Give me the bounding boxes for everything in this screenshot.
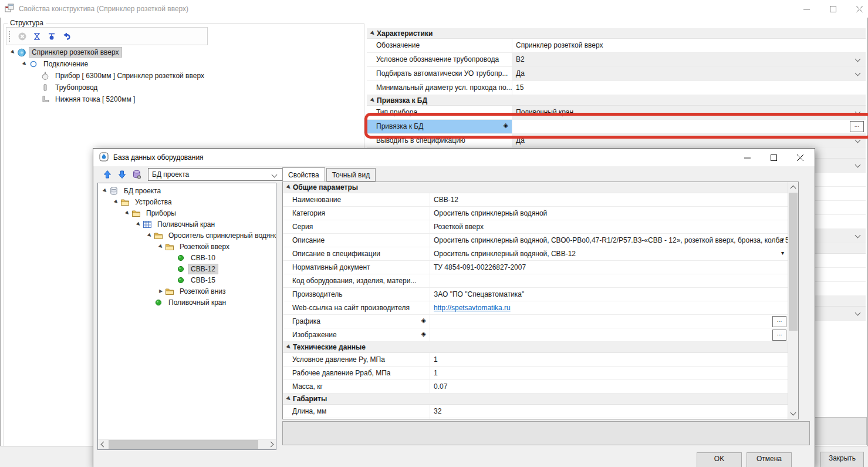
property-category[interactable]: Характеристики: [367, 28, 866, 39]
property-value[interactable]: Ороситель спринклерный водяной: [430, 207, 788, 220]
expander-expanded-icon[interactable]: [157, 244, 165, 249]
property-row[interactable]: Рабочее давление Рраб, МПа1: [283, 367, 788, 380]
property-row[interactable]: ОбозначениеСпринклер розеткой вверх: [367, 39, 866, 53]
property-row[interactable]: СерияРозеткой вверх: [283, 220, 788, 234]
property-row[interactable]: Нормативный документТУ 4854-091-00226827…: [283, 261, 788, 274]
minimize-icon[interactable]: [793, 1, 820, 17]
tab-properties[interactable]: Свойства: [282, 167, 325, 182]
property-row[interactable]: Графика◈...: [283, 315, 788, 328]
property-value[interactable]: ...: [430, 328, 788, 341]
combo-chevron-icon[interactable]: [855, 56, 861, 62]
tree-item[interactable]: Розеткой вниз: [98, 285, 276, 297]
dropdown-icon[interactable]: ▾: [781, 250, 784, 256]
property-row[interactable]: Условное давление Ру, МПа1: [283, 353, 788, 367]
expander-expanded-icon[interactable]: [112, 200, 120, 204]
ok-button[interactable]: OK: [697, 452, 742, 467]
database-settings-icon[interactable]: [130, 168, 143, 182]
dialog-minimize-icon[interactable]: [734, 149, 761, 166]
tree-item[interactable]: СВВ-12: [98, 263, 276, 274]
property-value[interactable]: 15: [512, 81, 866, 95]
scroll-left-icon[interactable]: [101, 442, 107, 448]
dialog-titlebar[interactable]: База данных оборудования: [93, 149, 815, 166]
property-value[interactable]: 1: [430, 367, 788, 379]
property-row[interactable]: НаименованиеСВВ-12: [283, 193, 788, 207]
property-value[interactable]: В2: [512, 53, 866, 66]
tree-item[interactable]: БД проекта: [98, 185, 276, 196]
expander-expanded-icon[interactable]: [285, 185, 293, 190]
scroll-right-icon[interactable]: [268, 442, 274, 448]
expander-expanded-icon[interactable]: [369, 98, 377, 103]
tree-item[interactable]: Нижняя точка [ 5200мм ]: [5, 93, 363, 105]
property-row[interactable]: Длина, мм32: [283, 405, 788, 418]
database-tree[interactable]: БД проектаУстройстваПриборыПоливочный кр…: [98, 185, 276, 439]
expander-expanded-icon[interactable]: [9, 50, 17, 55]
property-row[interactable]: Масса, кг0.07: [283, 380, 788, 394]
combo-chevron-icon[interactable]: [855, 162, 861, 168]
tree-item[interactable]: СВВ-10: [98, 252, 276, 263]
property-value[interactable]: 32: [430, 405, 788, 418]
property-row[interactable]: Изображение◈...: [283, 328, 788, 342]
grid-vertical-scrollbar[interactable]: [788, 182, 798, 419]
property-value[interactable]: СВВ-12: [430, 193, 788, 206]
property-row[interactable]: ОписаниеОроситель спринклерный водяной, …: [283, 234, 788, 247]
delete-icon[interactable]: [15, 29, 29, 43]
tree-item[interactable]: Прибор [ 6300мм ] Спринклер розеткой вве…: [5, 70, 363, 82]
property-row[interactable]: Условное обозначение трубопроводаВ2: [367, 53, 866, 67]
property-category[interactable]: Общие параметры: [283, 182, 788, 193]
ellipsis-button[interactable]: ...: [772, 330, 786, 341]
equipment-property-grid[interactable]: Общие параметрыНаименованиеСВВ-12Категор…: [283, 182, 788, 419]
dialog-maximize-icon[interactable]: [761, 149, 787, 166]
close-icon[interactable]: [846, 1, 868, 17]
tree-item[interactable]: Трубопровод: [5, 82, 363, 93]
property-value[interactable]: Ороситель спринклерный водяной, СВВ-12▾: [430, 247, 788, 260]
undo-icon[interactable]: [59, 29, 73, 43]
tree-item[interactable]: Устройства: [98, 196, 276, 207]
expander-expanded-icon[interactable]: [134, 222, 143, 227]
property-row[interactable]: КатегорияОроситель спринклерный водяной: [283, 207, 788, 220]
expander-expanded-icon[interactable]: [123, 211, 131, 216]
property-value[interactable]: http://spetsavtomatika.ru: [430, 301, 788, 314]
expander-expanded-icon[interactable]: [101, 189, 109, 193]
property-value[interactable]: Спринклер розеткой вверх: [512, 39, 866, 52]
property-value[interactable]: ТУ 4854-091-00226827-2007: [430, 261, 788, 274]
hourglass-icon[interactable]: [30, 29, 43, 43]
tree-item[interactable]: СВВ-15: [98, 274, 276, 285]
tree-horizontal-scrollbar[interactable]: [98, 439, 276, 449]
scroll-up-icon[interactable]: [791, 186, 796, 191]
combo-chevron-icon[interactable]: [855, 233, 861, 238]
property-row[interactable]: ПроизводительЗАО "ПО "Спецавтоматика": [283, 288, 788, 301]
dropdown-icon[interactable]: ▾: [781, 236, 784, 243]
scroll-down-icon[interactable]: [791, 410, 796, 416]
move-up-icon[interactable]: [100, 168, 114, 182]
property-value[interactable]: [430, 274, 788, 287]
property-value[interactable]: ...: [430, 315, 788, 328]
property-value[interactable]: Да: [512, 67, 866, 80]
combo-chevron-icon[interactable]: [855, 310, 861, 316]
property-row[interactable]: Подбирать автоматически УО трубопр...Да: [367, 67, 866, 81]
main-titlebar[interactable]: Свойства конструктива (Спринклер розетко…: [0, 0, 868, 18]
dialog-close-icon[interactable]: [787, 149, 813, 166]
expander-expanded-icon[interactable]: [285, 345, 293, 350]
property-row[interactable]: Минимальный диаметр усл. прохода по...15: [367, 81, 866, 95]
tree-item[interactable]: Спринклер розеткой вверх: [5, 46, 363, 58]
tab-exact-view[interactable]: Точный вид: [326, 168, 376, 182]
expander-expanded-icon[interactable]: [146, 233, 154, 238]
tree-item[interactable]: Розеткой вверх: [98, 241, 276, 252]
value-link[interactable]: http://spetsavtomatika.ru: [434, 304, 511, 312]
property-row[interactable]: Код оборудования, изделия, матери...: [283, 274, 788, 288]
property-value[interactable]: ЗАО "ПО "Спецавтоматика": [430, 288, 788, 301]
tree-item[interactable]: Приборы: [98, 207, 276, 219]
expander-expanded-icon[interactable]: [285, 397, 293, 401]
move-down-icon[interactable]: [115, 168, 129, 182]
property-category[interactable]: Габариты: [283, 394, 788, 405]
close-button[interactable]: Закрыть: [820, 452, 864, 467]
combo-chevron-icon[interactable]: [855, 70, 861, 76]
property-value[interactable]: 32: [430, 418, 788, 419]
tree-item[interactable]: Подключение: [5, 58, 363, 70]
tree-item[interactable]: Поливочный кран: [98, 219, 276, 230]
database-select[interactable]: БД проекта: [148, 168, 283, 181]
expander-collapsed-icon[interactable]: [157, 289, 165, 294]
property-row[interactable]: Web-ссылка на сайт производителяhttp://s…: [283, 301, 788, 315]
property-value[interactable]: 1: [430, 353, 788, 366]
property-value[interactable]: 0.07: [430, 380, 788, 393]
